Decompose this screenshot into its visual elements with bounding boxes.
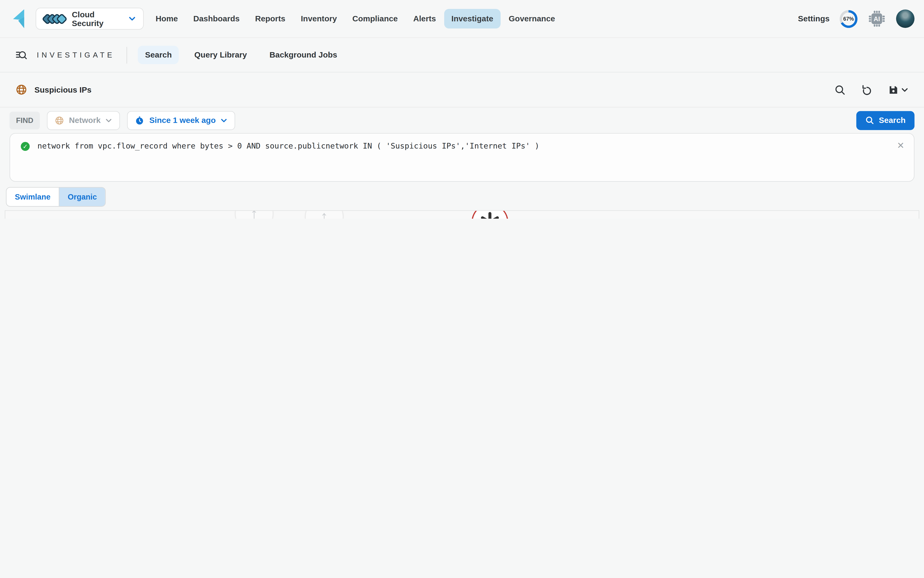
- usage-progress-value: 67%: [843, 16, 854, 21]
- ai-assistant-icon[interactable]: AI: [867, 10, 886, 28]
- find-label: FIND: [10, 112, 40, 129]
- save-icon: [888, 84, 899, 95]
- investigate-section-bar: INVESTIGATE SearchQuery LibraryBackgroun…: [0, 38, 924, 72]
- run-search-label: Search: [879, 116, 906, 125]
- time-range-value: Since 1 week ago: [149, 116, 216, 125]
- user-avatar[interactable]: [896, 10, 914, 28]
- undo-icon[interactable]: [861, 84, 872, 95]
- query-actions: [834, 84, 924, 95]
- graph-node-ebillingtwo[interactable]: ↑: [235, 210, 274, 219]
- find-bar: FIND Network Since 1 week ago Search: [0, 107, 924, 133]
- query-clear-icon[interactable]: ✕: [897, 140, 905, 151]
- main-nav: HomeDashboardsReportsInventoryCompliance…: [149, 9, 562, 29]
- layout-option-organic[interactable]: Organic: [59, 188, 105, 206]
- graph-node-eni-0b4e446a[interactable]: [472, 210, 508, 219]
- brand-logo-icon[interactable]: [13, 9, 27, 28]
- nav-item-investigate[interactable]: Investigate: [444, 9, 501, 29]
- layout-toggle: SwimlaneOrganic: [6, 187, 105, 206]
- arrow-up-icon: ↑: [250, 210, 258, 219]
- run-search-button[interactable]: Search: [856, 111, 914, 130]
- network-graph-canvas[interactable]: eni-0b4e446a…finance-ubun…attack-vm_hz…e…: [5, 210, 919, 219]
- workspace-icon: [43, 15, 66, 23]
- query-valid-check-icon: ✓: [21, 142, 30, 151]
- entity-filter-dropdown[interactable]: Network: [47, 111, 120, 130]
- layout-option-swimlane[interactable]: Swimlane: [6, 188, 58, 206]
- nav-item-inventory[interactable]: Inventory: [294, 9, 344, 29]
- nav-item-alerts[interactable]: Alerts: [406, 9, 443, 29]
- top-navbar: Cloud Security HomeDashboardsReportsInve…: [0, 0, 924, 38]
- settings-link[interactable]: Settings: [798, 14, 830, 23]
- nav-item-compliance[interactable]: Compliance: [345, 9, 405, 29]
- section-tabs: SearchQuery LibraryBackground Jobs: [138, 45, 344, 64]
- nav-item-governance[interactable]: Governance: [501, 9, 562, 29]
- asterisk-icon: [480, 212, 500, 219]
- query-header-row: Suspicious IPs: [0, 72, 924, 107]
- workspace-switcher[interactable]: Cloud Security: [36, 8, 144, 30]
- nav-item-reports[interactable]: Reports: [248, 9, 292, 29]
- chevron-down-icon: [128, 15, 136, 23]
- topnav-right: Settings 67% AI: [798, 10, 924, 28]
- query-text[interactable]: network from vpc.flow_record where bytes…: [37, 141, 890, 150]
- nav-item-home[interactable]: Home: [149, 9, 185, 29]
- chevron-down-icon: [220, 117, 228, 124]
- entity-filter-value: Network: [69, 116, 101, 125]
- tab-query-library[interactable]: Query Library: [187, 45, 254, 64]
- search-icon[interactable]: [834, 84, 846, 95]
- clock-icon: [135, 115, 144, 125]
- chevron-down-icon: [901, 86, 908, 94]
- svg-text:AI: AI: [874, 15, 880, 23]
- time-range-dropdown[interactable]: Since 1 week ago: [127, 111, 235, 130]
- suspicious-ips-globe-icon: [16, 84, 28, 96]
- arrow-up-icon: ↑: [320, 210, 328, 219]
- app-window: Cloud Security HomeDashboardsReportsInve…: [0, 0, 924, 219]
- workspace-label: Cloud Security: [72, 10, 128, 28]
- graph-node-eni-02fba4a7[interactable]: ↑: [305, 210, 344, 219]
- search-icon: [865, 116, 874, 125]
- query-editor[interactable]: ✓ network from vpc.flow_record where byt…: [10, 133, 914, 182]
- network-globe-icon: [55, 115, 64, 125]
- query-title: Suspicious IPs: [34, 85, 91, 94]
- chevron-down-icon: [105, 117, 113, 124]
- section-title: INVESTIGATE: [37, 51, 115, 59]
- usage-progress-ring[interactable]: 67%: [840, 10, 858, 28]
- divider: [127, 47, 127, 63]
- save-menu[interactable]: [888, 84, 908, 95]
- investigate-search-icon: [16, 49, 28, 61]
- tab-background-jobs[interactable]: Background Jobs: [263, 45, 344, 64]
- graph-edges-layer: [5, 211, 919, 219]
- tab-search[interactable]: Search: [138, 45, 179, 64]
- nav-item-dashboards[interactable]: Dashboards: [186, 9, 247, 29]
